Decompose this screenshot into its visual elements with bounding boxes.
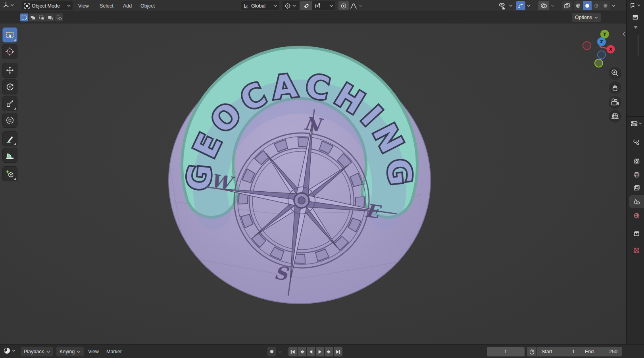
select-box-icon — [5, 30, 15, 40]
viewport-scene: GEOCACHING — [0, 23, 626, 344]
use-preview-range-button[interactable] — [527, 347, 536, 356]
shading-wireframe-button[interactable] — [574, 1, 582, 10]
end-frame-field[interactable]: End 250 — [580, 347, 622, 356]
current-frame-value: 1 — [504, 349, 507, 354]
measure-icon — [5, 150, 15, 160]
tool-measure[interactable] — [2, 148, 17, 163]
proportional-falloff-button[interactable] — [350, 2, 357, 10]
menu-select[interactable]: Select — [97, 0, 116, 12]
jump-to-end-button[interactable] — [334, 347, 342, 356]
transform-orientation-dropdown[interactable]: Global — [241, 1, 279, 10]
chevron-down-icon[interactable] — [359, 4, 362, 7]
outliner-editor-button[interactable] — [630, 2, 641, 9]
properties-tab-object[interactable] — [629, 227, 644, 240]
collection-box-button[interactable] — [632, 13, 639, 21]
scene-properties-icon — [633, 198, 640, 205]
show-gizmos-toggle[interactable] — [516, 1, 525, 10]
mode-selector[interactable]: Object Mode — [22, 1, 73, 10]
tool-add-cube[interactable] — [2, 166, 17, 181]
sidebar-toggle-chevron[interactable] — [623, 32, 625, 36]
toggle-xray-button[interactable] — [562, 1, 572, 10]
show-overlays-toggle[interactable] — [538, 1, 549, 10]
viewport-nav-buttons — [609, 67, 621, 123]
properties-tab-render[interactable] — [629, 154, 644, 167]
next-keyframe-button[interactable] — [325, 347, 333, 356]
snap-toggle-button[interactable] — [300, 1, 312, 10]
tool-move[interactable] — [2, 63, 17, 78]
chevron-down-icon[interactable] — [509, 4, 513, 7]
jump-to-start-icon — [290, 349, 296, 355]
proportional-editing-toggle[interactable] — [338, 1, 349, 10]
outliner-expand-arrow[interactable] — [633, 25, 638, 31]
snap-with-dropdown[interactable] — [312, 1, 335, 10]
pan-button[interactable] — [609, 81, 621, 94]
select-mode-extend[interactable] — [29, 13, 37, 21]
render-properties-icon — [633, 158, 640, 164]
menu-view[interactable]: View — [76, 0, 91, 12]
play-button[interactable] — [316, 347, 324, 356]
current-frame-field[interactable]: 1 — [487, 347, 525, 356]
tool-cursor[interactable] — [2, 44, 17, 59]
properties-editor-button[interactable] — [631, 120, 642, 127]
select-mode-intersect[interactable] — [55, 13, 63, 21]
properties-tab-tool[interactable] — [629, 136, 644, 148]
start-frame-field[interactable]: Start 1 — [537, 347, 580, 356]
rotate-icon — [5, 82, 15, 92]
play-reverse-button[interactable] — [307, 347, 315, 356]
perspective-button[interactable] — [609, 110, 621, 123]
shading-solid-button[interactable] — [583, 1, 592, 10]
record-icon — [269, 349, 275, 354]
properties-tab-output[interactable] — [629, 168, 644, 181]
axis-ball-neg-x[interactable] — [583, 42, 591, 50]
tool-annotate[interactable] — [2, 131, 17, 146]
transport-controls — [288, 347, 342, 356]
chevron-down-icon — [594, 16, 598, 19]
outliner-icon — [630, 2, 636, 9]
properties-tab-world[interactable] — [629, 209, 644, 222]
pivot-point-icon — [285, 3, 291, 9]
shading-rendered-button[interactable] — [601, 1, 610, 10]
properties-tab-view-layer[interactable] — [629, 181, 644, 194]
auto-keying-toggle[interactable] — [267, 347, 276, 356]
zoom-button[interactable] — [609, 67, 621, 80]
properties-tab-scene[interactable] — [629, 195, 644, 208]
camera-view-button[interactable] — [609, 96, 621, 109]
keying-dropdown[interactable]: Keying — [56, 347, 84, 356]
timeline-menu-view[interactable]: View — [88, 349, 99, 354]
pivot-point-dropdown[interactable] — [283, 1, 299, 10]
menu-add[interactable]: Add — [121, 0, 134, 12]
jump-to-start-button[interactable] — [288, 347, 297, 356]
timeline-menu-marker[interactable]: Marker — [106, 349, 122, 354]
axis-ball-neg-y[interactable] — [595, 59, 603, 67]
menu-object[interactable]: Object — [138, 0, 157, 12]
properties-tab-texture[interactable] — [629, 244, 644, 256]
shading-material-button[interactable] — [592, 1, 601, 10]
select-mode-invert[interactable] — [46, 13, 54, 21]
gizmos-icon — [518, 3, 523, 9]
tool-select-box[interactable] — [2, 27, 17, 42]
tool-rotate[interactable] — [2, 79, 17, 94]
timeline-editor-button[interactable] — [3, 347, 15, 354]
axis-ball-neg-z[interactable] — [598, 51, 606, 59]
tool-transform[interactable] — [2, 113, 17, 128]
outliner-scrollbar[interactable] — [638, 35, 638, 56]
previous-keyframe-button[interactable] — [298, 347, 306, 356]
select-mode-subtract[interactable] — [37, 13, 46, 21]
show-object-types-button[interactable] — [498, 2, 506, 10]
3d-viewport[interactable]: GEOCACHING — [0, 23, 626, 344]
medallion-object[interactable]: GEOCACHING — [169, 58, 431, 309]
options-dropdown[interactable]: Options — [572, 13, 601, 22]
transform-orientation-icon — [243, 3, 250, 9]
axis-gizmo[interactable]: Y Z X — [583, 30, 615, 67]
chevron-down-icon[interactable] — [278, 350, 282, 353]
tool-scale[interactable] — [2, 96, 17, 111]
panel-divider — [627, 116, 644, 117]
playback-dropdown[interactable]: Playback — [21, 347, 53, 356]
chevron-down-icon[interactable] — [612, 4, 615, 7]
editor-type-button[interactable] — [2, 1, 14, 8]
chevron-down-icon[interactable] — [551, 4, 554, 7]
playback-label: Playback — [24, 349, 44, 354]
chevron-down-icon — [292, 4, 296, 7]
chevron-down-icon[interactable] — [527, 4, 531, 7]
select-mode-set[interactable] — [20, 13, 28, 21]
